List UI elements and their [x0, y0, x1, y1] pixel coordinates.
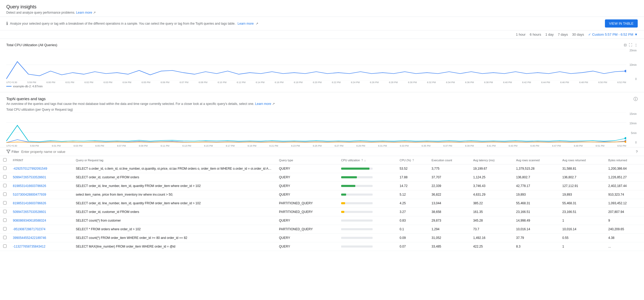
- avg-latency-cell: 422.25: [470, 242, 513, 251]
- cpu-pct-cell: 0.07: [396, 242, 428, 251]
- row-checkbox[interactable]: [3, 201, 7, 205]
- exec-count-cell: 33,485: [428, 242, 470, 251]
- row-checkbox[interactable]: [3, 218, 7, 222]
- chart-action-icon-2[interactable]: ⛶: [629, 43, 632, 47]
- avg-rows-returned-cell: 1: [559, 242, 605, 251]
- table-row: -951908728871702374SELECT * FROM orders …: [0, 225, 644, 234]
- filter-info-icon[interactable]: ?: [636, 150, 638, 154]
- row-checkbox[interactable]: [3, 210, 7, 213]
- cpu-bar-cell: [338, 182, 396, 190]
- cpu-bar-cell: [338, 208, 396, 216]
- row-checkbox-cell[interactable]: [0, 216, 10, 225]
- topn-description: An overview of the queries and tags that…: [6, 102, 275, 106]
- view-in-table-button[interactable]: VIEW IN TABLE: [605, 19, 638, 28]
- col-cpu-pct: CPU (%) ?: [396, 156, 428, 164]
- row-checkbox[interactable]: [3, 184, 7, 187]
- filter-input[interactable]: [21, 150, 634, 154]
- time-custom[interactable]: ✓ Custom 5:57 PM - 6:52 PM ▼: [588, 33, 638, 36]
- row-checkbox-cell[interactable]: [0, 242, 10, 251]
- queries-table: FPRINT Query or Request tag Query type C…: [0, 156, 644, 251]
- row-checkbox-cell[interactable]: [0, 208, 10, 216]
- cpu-bar-cell: [338, 216, 396, 225]
- row-checkbox-cell[interactable]: [0, 234, 10, 242]
- fprint-link[interactable]: -429257012799209154​9: [13, 167, 47, 170]
- fprint-link[interactable]: 9080869340618588324: [13, 219, 46, 222]
- avg-rows-returned-cell: 55,468.31: [559, 199, 605, 208]
- cpu-bar-cell: [338, 234, 396, 242]
- time-6hours[interactable]: 6 hours: [530, 33, 541, 36]
- info-bar-learn-more-link[interactable]: Learn more: [238, 22, 254, 25]
- fprint-link[interactable]: 8198531416603786626: [13, 184, 46, 188]
- avg-latency-cell: 4,631.29: [470, 190, 513, 199]
- fprint-link[interactable]: 8198531416603786626: [13, 201, 46, 205]
- row-checkbox[interactable]: [3, 244, 7, 248]
- row-checkbox[interactable]: [3, 167, 7, 170]
- row-checkbox-cell[interactable]: [0, 225, 10, 234]
- table-header-checkbox[interactable]: [0, 156, 10, 164]
- table-row: -429257012799209154​9SELECT o.order_id, …: [0, 164, 644, 173]
- table-row: 9080869340618588324SELECT count(*) from …: [0, 216, 644, 225]
- row-checkbox-cell[interactable]: [0, 164, 10, 173]
- cpu-pct-cell: 14.72: [396, 182, 428, 190]
- bytes-returned-cell: 1,200,386.64: [605, 164, 644, 173]
- avg-rows-returned-cell: 19,893: [559, 190, 605, 199]
- page-header: Query insights Detect and analyze query …: [0, 0, 644, 17]
- fprint-link[interactable]: 5099472657533528601: [13, 175, 46, 179]
- fprint-link[interactable]: -113277658735843412: [13, 245, 45, 248]
- cpu-util-help-icon[interactable]: ?: [361, 159, 363, 162]
- table-row: 5107300428800477939select item_name, pri…: [0, 190, 644, 199]
- cpu-bar-cell: [338, 173, 396, 182]
- avg-rows-scanned-cell: 8.3: [513, 242, 559, 251]
- cpu-bar-container: [341, 228, 373, 230]
- header-learn-more-link[interactable]: Learn more: [76, 11, 92, 14]
- fprint-link[interactable]: 5107300428800477939: [13, 193, 46, 196]
- cpu-bar-container: [341, 211, 373, 213]
- bytes-returned-cell: 1,093,452.12: [605, 199, 644, 208]
- row-checkbox[interactable]: [3, 175, 7, 179]
- cpu-pct-cell: 0.83: [396, 216, 428, 225]
- time-controls: 1 hour 6 hours 1 day 7 days 30 days ✓ Cu…: [0, 30, 644, 39]
- exec-count-cell: 36,822: [428, 190, 470, 199]
- cpu-bar-cell: [338, 242, 396, 251]
- avg-rows-returned-cell: 31,588.81: [559, 164, 605, 173]
- exec-count-cell: 13,044: [428, 199, 470, 208]
- col-avg-rows-scanned: Avg rows scanned: [513, 156, 559, 164]
- query-type-cell: QUERY: [276, 216, 338, 225]
- chart-action-icon-3[interactable]: ⋮: [634, 43, 638, 47]
- col-cpu-util: CPU utilization ? ↓: [338, 156, 396, 164]
- query-cell: SELECT count(*) FROM order_item WHERE or…: [73, 234, 276, 242]
- bytes-returned-cell: 240,209.65: [605, 225, 644, 234]
- row-checkbox-cell[interactable]: [0, 182, 10, 190]
- avg-latency-cell: 345.28: [470, 216, 513, 225]
- cpu-util-sort-icon[interactable]: ↓: [364, 159, 366, 162]
- fprint-link[interactable]: -951908728871702374: [13, 227, 45, 231]
- total-cpu-chart-section: Total CPU Utilization (All Queries) ⊡ ⛶ …: [0, 39, 644, 92]
- row-checkbox[interactable]: [3, 227, 7, 231]
- avg-rows-returned-cell: 0.55: [559, 234, 605, 242]
- time-7days[interactable]: 7 days: [558, 33, 568, 36]
- row-checkbox-cell[interactable]: [0, 190, 10, 199]
- topn-learn-more-link[interactable]: Learn more: [255, 102, 271, 106]
- time-1day[interactable]: 1 day: [545, 33, 554, 36]
- row-checkbox[interactable]: [3, 192, 7, 196]
- row-checkbox[interactable]: [3, 236, 7, 239]
- chart-action-icon-1[interactable]: ⊡: [624, 43, 627, 47]
- time-1hour[interactable]: 1 hour: [516, 33, 525, 36]
- avg-rows-returned-cell: 1: [559, 216, 605, 225]
- total-cpu-chart-svg: [6, 49, 626, 81]
- topn-title: TopN queries and tags: [6, 97, 275, 101]
- row-checkbox-cell[interactable]: [0, 199, 10, 208]
- bytes-returned-cell: 207,807.94: [605, 208, 644, 216]
- avg-rows-scanned-cell: 23,166.51: [513, 208, 559, 216]
- topn-info-icon[interactable]: ⓘ: [634, 97, 638, 102]
- row-checkbox-cell[interactable]: [0, 173, 10, 182]
- select-all-checkbox[interactable]: [3, 158, 7, 162]
- info-bar-text: Analyze your selected query or tag with …: [10, 22, 235, 25]
- fprint-link[interactable]: 5099472657533528601: [13, 210, 46, 214]
- avg-rows-scanned-cell: 42,778.17: [513, 182, 559, 190]
- filter-label: Filter: [6, 149, 19, 154]
- query-type-cell: PARTITIONED_QUERY: [276, 225, 338, 234]
- time-30days[interactable]: 30 days: [572, 33, 584, 36]
- fprint-link[interactable]: 3990544552422189746: [13, 236, 46, 240]
- cpu-pct-help-icon[interactable]: ?: [412, 159, 414, 162]
